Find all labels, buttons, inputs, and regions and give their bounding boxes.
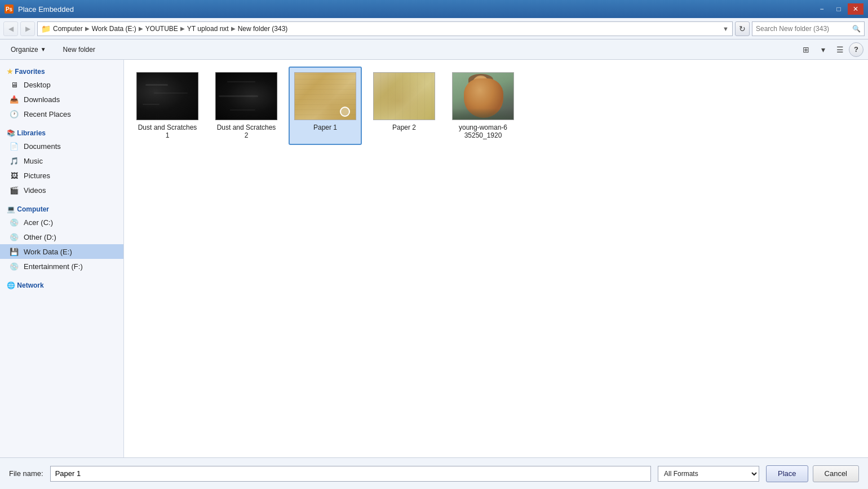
address-path[interactable]: 📁 Computer ▶ Work Data (E:) ▶ YOUTUBE ▶ … bbox=[37, 21, 733, 36]
path-part-4: YT upload nxt bbox=[187, 25, 229, 33]
cursor-overlay bbox=[340, 107, 350, 117]
sidebar-item-recent[interactable]: 🕐 Recent Places bbox=[0, 107, 123, 121]
entertainment-drive-icon: 💿 bbox=[9, 261, 19, 271]
file-item-woman[interactable]: young-woman-6 35250_1920 bbox=[446, 67, 520, 145]
acer-drive-icon: 💿 bbox=[9, 217, 19, 227]
documents-icon: 📄 bbox=[9, 141, 19, 151]
path-part-3: YOUTUBE bbox=[145, 25, 178, 33]
file-thumbnail-dust1 bbox=[136, 72, 198, 120]
sidebar-item-downloads[interactable]: 📥 Downloads bbox=[0, 92, 123, 107]
path-arrow-2: ▶ bbox=[139, 25, 143, 32]
other-drive-icon: 💿 bbox=[9, 232, 19, 242]
sidebar-item-workdata-label: Work Data (E:) bbox=[24, 248, 72, 256]
pictures-icon: 🖼 bbox=[9, 170, 19, 180]
view-list-button[interactable]: ▾ bbox=[815, 42, 831, 57]
sidebar-item-recent-label: Recent Places bbox=[24, 110, 71, 118]
sidebar-item-documents[interactable]: 📄 Documents bbox=[0, 139, 123, 153]
network-section: 🌐 Network bbox=[0, 278, 123, 291]
cancel-button[interactable]: Cancel bbox=[813, 465, 859, 482]
maximize-button[interactable]: □ bbox=[831, 3, 847, 15]
network-icon: 🌐 bbox=[7, 281, 15, 289]
sidebar-item-workdata[interactable]: 💾 Work Data (E:) bbox=[0, 244, 123, 259]
sidebar-item-desktop-label: Desktop bbox=[24, 81, 51, 89]
file-item-dust2[interactable]: Dust and Scratches 2 bbox=[210, 67, 283, 145]
downloads-icon: 📥 bbox=[9, 94, 19, 104]
forward-button[interactable]: ▶ bbox=[20, 21, 35, 36]
title-bar-left: Ps Place Embedded bbox=[5, 5, 74, 14]
main-area: ★ Favorites 🖥 Desktop 📥 Downloads 🕐 Rece… bbox=[0, 60, 868, 457]
file-name-paper2: Paper 2 bbox=[392, 124, 416, 131]
file-item-paper2[interactable]: Paper 2 bbox=[367, 67, 441, 145]
file-name-field[interactable] bbox=[50, 466, 651, 482]
back-button[interactable]: ◀ bbox=[3, 21, 18, 36]
file-thumbnail-paper2 bbox=[373, 72, 435, 120]
path-arrow-4: ▶ bbox=[231, 25, 236, 32]
minimize-button[interactable]: − bbox=[814, 3, 830, 15]
refresh-button[interactable]: ↻ bbox=[735, 21, 750, 36]
desktop-icon: 🖥 bbox=[9, 80, 19, 90]
file-item-dust1[interactable]: Dust and Scratches 1 bbox=[131, 67, 204, 145]
file-name-paper1: Paper 1 bbox=[313, 124, 337, 131]
libraries-icon: 📚 bbox=[7, 129, 15, 137]
sidebar-item-videos[interactable]: 🎬 Videos bbox=[0, 183, 123, 197]
sidebar-item-videos-label: Videos bbox=[24, 186, 46, 195]
search-input[interactable] bbox=[756, 25, 850, 33]
bottom-bar: File name: All Formats Place Cancel bbox=[0, 457, 868, 489]
file-name-label: File name: bbox=[9, 469, 43, 478]
sidebar-item-pictures-label: Pictures bbox=[24, 171, 50, 180]
sidebar-item-entertainment[interactable]: 💿 Entertainment (F:) bbox=[0, 259, 123, 274]
app-icon: Ps bbox=[5, 5, 14, 14]
sidebar-item-downloads-label: Downloads bbox=[24, 95, 60, 104]
file-thumbnail-dust2 bbox=[215, 72, 277, 120]
path-arrow-1: ▶ bbox=[85, 25, 90, 32]
organize-arrow-icon: ▼ bbox=[41, 46, 46, 52]
address-bar: ◀ ▶ 📁 Computer ▶ Work Data (E:) ▶ YOUTUB… bbox=[0, 18, 868, 39]
search-box: 🔍 bbox=[752, 21, 865, 36]
organize-button[interactable]: Organize ▼ bbox=[5, 42, 52, 58]
favorites-section: ★ Favorites 🖥 Desktop 📥 Downloads 🕐 Rece… bbox=[0, 64, 123, 121]
close-button[interactable]: ✕ bbox=[848, 3, 863, 15]
sidebar-item-music[interactable]: 🎵 Music bbox=[0, 153, 123, 168]
view-details-button[interactable]: ☰ bbox=[832, 42, 848, 57]
place-button[interactable]: Place bbox=[766, 465, 808, 482]
title-bar: Ps Place Embedded − □ ✕ bbox=[0, 0, 868, 18]
view-tiles-button[interactable]: ⊞ bbox=[798, 42, 814, 57]
path-part-1: Computer bbox=[53, 25, 83, 33]
network-header[interactable]: 🌐 Network bbox=[0, 278, 123, 291]
folder-icon-path: 📁 bbox=[41, 24, 51, 33]
new-folder-button[interactable]: New folder bbox=[57, 42, 101, 58]
sidebar-item-other[interactable]: 💿 Other (D:) bbox=[0, 230, 123, 244]
view-controls: ⊞ ▾ ☰ ? bbox=[798, 42, 863, 57]
path-part-5: New folder (343) bbox=[238, 25, 288, 33]
file-item-paper1[interactable]: Paper 1 bbox=[289, 67, 362, 145]
file-thumbnail-woman bbox=[452, 72, 514, 120]
favorites-icon: ★ bbox=[7, 68, 13, 76]
file-name-woman: young-woman-6 35250_1920 bbox=[451, 124, 515, 139]
help-button[interactable]: ? bbox=[849, 42, 863, 57]
sidebar-item-documents-label: Documents bbox=[24, 142, 61, 151]
recent-icon: 🕐 bbox=[9, 109, 19, 119]
sidebar-item-other-label: Other (D:) bbox=[24, 233, 56, 241]
file-thumbnail-paper1 bbox=[294, 72, 356, 120]
format-select[interactable]: All Formats bbox=[658, 466, 759, 482]
window-title: Place Embedded bbox=[18, 5, 74, 14]
sidebar-item-desktop[interactable]: 🖥 Desktop bbox=[0, 77, 123, 92]
sidebar: ★ Favorites 🖥 Desktop 📥 Downloads 🕐 Rece… bbox=[0, 60, 124, 457]
computer-icon: 💻 bbox=[7, 205, 15, 213]
sidebar-item-acer[interactable]: 💿 Acer (C:) bbox=[0, 215, 123, 230]
search-icon: 🔍 bbox=[852, 25, 861, 33]
workdata-drive-icon: 💾 bbox=[9, 246, 19, 257]
window-controls: − □ ✕ bbox=[814, 3, 863, 15]
sidebar-item-pictures[interactable]: 🖼 Pictures bbox=[0, 168, 123, 183]
favorites-header[interactable]: ★ Favorites bbox=[0, 64, 123, 77]
file-name-dust2: Dust and Scratches 2 bbox=[214, 124, 278, 139]
path-arrow-3: ▶ bbox=[180, 25, 185, 32]
computer-header[interactable]: 💻 Computer bbox=[0, 202, 123, 215]
libraries-header[interactable]: 📚 Libraries bbox=[0, 126, 123, 139]
file-name-dust1: Dust and Scratches 1 bbox=[135, 124, 200, 139]
file-area: Dust and Scratches 1 Dust and Scratches … bbox=[124, 60, 868, 457]
computer-section: 💻 Computer 💿 Acer (C:) 💿 Other (D:) 💾 Wo… bbox=[0, 202, 123, 274]
music-icon: 🎵 bbox=[9, 156, 19, 166]
path-dropdown-icon[interactable]: ▼ bbox=[723, 25, 729, 32]
sidebar-item-entertainment-label: Entertainment (F:) bbox=[24, 262, 83, 271]
